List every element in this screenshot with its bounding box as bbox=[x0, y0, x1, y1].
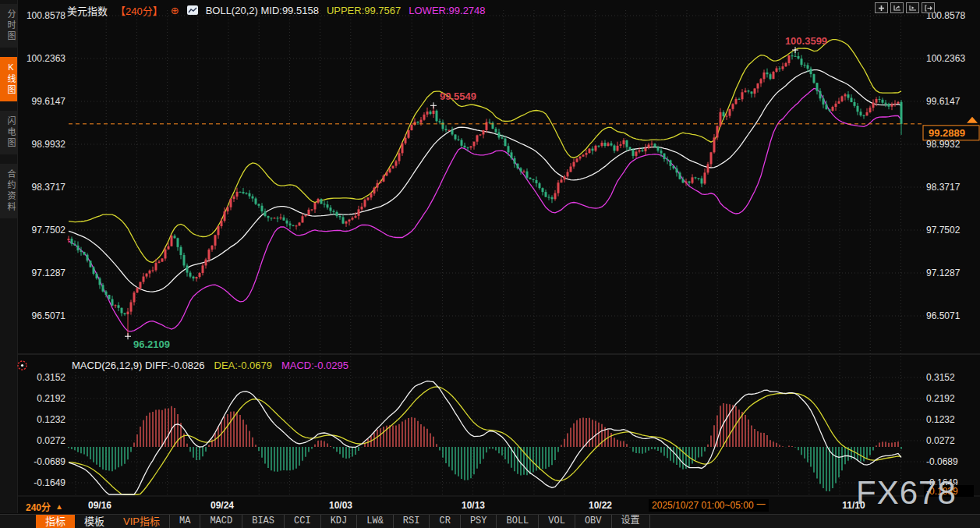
candle-body bbox=[136, 288, 139, 292]
macd-axis-label-right: 0.1232 bbox=[926, 414, 955, 425]
chart-svg[interactable]: 99.288999.5549100.359996.2109100.8578100… bbox=[0, 0, 980, 513]
boll-upper-readout: UPPER:99.7567 bbox=[327, 5, 401, 16]
candle-body bbox=[355, 216, 357, 218]
candle-body bbox=[639, 151, 641, 152]
timeframe-label: 240分 bbox=[26, 500, 51, 513]
toolbar-bias-button[interactable]: BIAS bbox=[242, 515, 285, 528]
candle-body bbox=[567, 172, 569, 177]
sidebar-tab-flash[interactable]: 闪电图 bbox=[0, 111, 17, 154]
candle-body bbox=[847, 94, 850, 97]
date-axis-label: 09/16 bbox=[88, 500, 111, 511]
candle-body bbox=[445, 129, 448, 130]
candle-body bbox=[645, 148, 647, 151]
boll-mid-line bbox=[69, 70, 901, 292]
candle-body bbox=[271, 218, 273, 218]
candle-body bbox=[327, 204, 329, 207]
toolbar-kdj-button[interactable]: KDJ bbox=[321, 515, 358, 528]
price-axis-label-right: 100.2363 bbox=[926, 53, 965, 64]
macd-axis-label-left: 0.2192 bbox=[37, 393, 65, 404]
candle-body bbox=[417, 122, 419, 122]
price-axis-label-left: 100.2363 bbox=[27, 53, 65, 64]
candle-body bbox=[451, 130, 454, 135]
candle-body bbox=[844, 94, 847, 96]
toolbar-lw-button[interactable]: LW& bbox=[357, 515, 394, 528]
toolbar-vip-indicator-button[interactable]: VIP指标 bbox=[114, 515, 169, 528]
candle-body bbox=[614, 145, 616, 151]
timeframe-selector[interactable]: 240分 ▲ bbox=[26, 500, 63, 513]
candle-body bbox=[654, 144, 656, 147]
candle-body bbox=[701, 179, 703, 184]
candle-body bbox=[520, 168, 522, 172]
candle-body bbox=[601, 143, 603, 146]
candle-body bbox=[305, 215, 307, 216]
scale-axis-icon[interactable] bbox=[890, 2, 904, 13]
candle-body bbox=[504, 139, 507, 147]
candle-body bbox=[592, 149, 594, 151]
candle-body bbox=[205, 260, 207, 266]
boll-chart-icon[interactable] bbox=[187, 5, 198, 15]
playback-icon[interactable] bbox=[906, 2, 919, 13]
candle-body bbox=[707, 164, 709, 172]
candle-body bbox=[610, 144, 613, 146]
boll-lower-readout: LOWER:99.2748 bbox=[409, 5, 485, 16]
candle-body bbox=[676, 168, 678, 172]
candle-body bbox=[249, 193, 251, 197]
candle-body bbox=[165, 250, 167, 259]
price-axis-label-right: 97.7502 bbox=[926, 225, 961, 236]
candle-body bbox=[816, 83, 819, 91]
macd-panel bbox=[69, 381, 901, 494]
candle-body bbox=[617, 146, 619, 151]
candle-body bbox=[692, 177, 694, 182]
candle-body bbox=[202, 265, 204, 273]
candle-body bbox=[648, 144, 650, 147]
exit-icon[interactable] bbox=[922, 2, 935, 13]
price-marker-icon bbox=[967, 117, 978, 123]
toolbar-cci-button[interactable]: CCI bbox=[285, 515, 321, 528]
candle-body bbox=[626, 140, 628, 147]
candle-body bbox=[383, 175, 385, 182]
price-axis-label-right: 96.5071 bbox=[926, 310, 961, 321]
candle-body bbox=[239, 192, 242, 193]
toolbar-rsi-button[interactable]: RSI bbox=[394, 515, 430, 528]
candle-body bbox=[280, 218, 282, 218]
toolbar-psy-button[interactable]: PSY bbox=[461, 515, 497, 528]
candle-body bbox=[115, 305, 117, 306]
candle-body bbox=[882, 100, 884, 103]
date-axis-label: 10/13 bbox=[462, 500, 485, 511]
toolbar-vol-button[interactable]: VOL bbox=[539, 515, 575, 528]
sidebar-tab-kline[interactable]: K线图 bbox=[0, 57, 17, 101]
annotation-cross-icon bbox=[430, 102, 437, 108]
toolbar-boll-button[interactable]: BOLL bbox=[497, 515, 539, 528]
toolbar-settings-button[interactable]: 设置 bbox=[612, 515, 650, 528]
macd-settings-icon[interactable] bbox=[16, 360, 28, 371]
candle-body bbox=[539, 183, 541, 188]
toolbar-template-button[interactable]: 模板 bbox=[75, 515, 114, 528]
candle-body bbox=[236, 192, 239, 197]
candle-body bbox=[738, 99, 741, 100]
candle-body bbox=[171, 236, 173, 246]
candle-body bbox=[93, 268, 95, 274]
toolbar-cr-button[interactable]: CR bbox=[430, 515, 460, 528]
sidebar-tab-contract-info[interactable]: 合约资料 bbox=[0, 164, 17, 218]
candle-body bbox=[829, 109, 831, 111]
candle-body bbox=[177, 238, 179, 246]
toolbar-macd-button[interactable]: MACD bbox=[200, 515, 242, 528]
sidebar-tab-timeline[interactable]: 分时图 bbox=[0, 4, 17, 48]
candle-body bbox=[536, 180, 538, 183]
candle-body bbox=[723, 112, 725, 116]
candle-body bbox=[252, 197, 254, 199]
candle-body bbox=[879, 99, 881, 100]
pan-icon[interactable] bbox=[875, 2, 888, 13]
toolbar-indicator-button[interactable]: 指标 bbox=[36, 515, 75, 528]
candle-body bbox=[261, 206, 264, 211]
toolbar-ma-button[interactable]: MA bbox=[169, 515, 200, 528]
candle-body bbox=[423, 115, 426, 120]
candle-body bbox=[832, 107, 834, 111]
indicator-toggle-icon[interactable]: ⊕ bbox=[171, 5, 179, 16]
candle-body bbox=[607, 144, 610, 146]
candle-body bbox=[685, 182, 688, 183]
candle-body bbox=[823, 98, 825, 105]
watermark: FX678 bbox=[856, 474, 957, 512]
candle-body bbox=[193, 277, 195, 278]
toolbar-obv-button[interactable]: OBV bbox=[575, 515, 612, 528]
